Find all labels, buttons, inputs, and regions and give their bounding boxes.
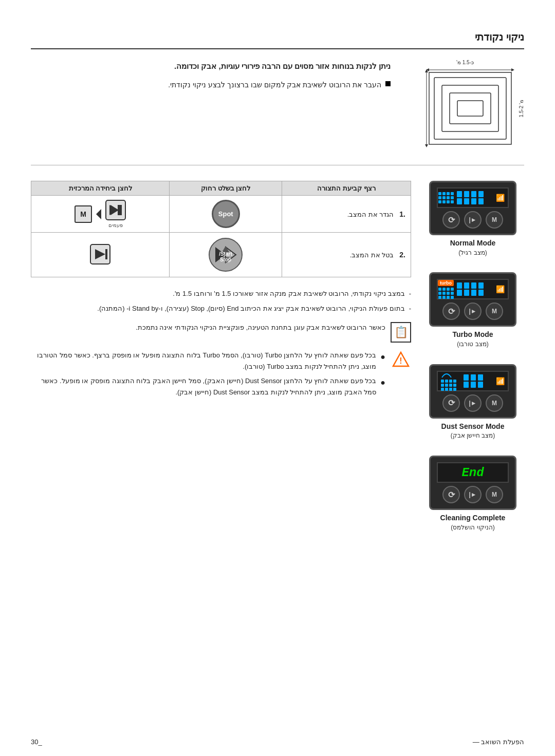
turbo-seg-digits: [457, 281, 493, 297]
dust-indicators: [441, 371, 456, 391]
dim-width-label: כ-1.5 מ': [456, 60, 474, 65]
turbo-indicators: turbo: [438, 280, 454, 299]
turbo-screen: 📶: [437, 279, 509, 299]
turbo-m-button[interactable]: M: [486, 303, 503, 320]
step-2-num: .2: [399, 251, 405, 259]
svg-rect-17: [478, 191, 484, 197]
turbo-mode-hebrew: (מצב טורבו): [452, 340, 493, 349]
dots-grid: [438, 192, 454, 203]
left-arrow-icon: [96, 208, 101, 220]
dust-display-box: 📶: [429, 364, 516, 419]
page-number: 30_: [31, 738, 42, 746]
top-text-description: ניתן לנקות בנוחות אזור מסוים עם הרבה פיר…: [31, 60, 391, 95]
warning-triangle-icon: !: [392, 351, 410, 369]
col1-header: רצף קביעת התצורה: [282, 181, 411, 196]
dash-notes: - במצב ניקוי נקודתי, הרובוט לשאיבת אבק מ…: [31, 288, 411, 315]
normal-mode-display: 📶: [421, 181, 524, 257]
dust-m-button[interactable]: M: [486, 394, 503, 412]
svg-rect-32: [478, 382, 483, 388]
end-buttons: M ►| ⟳: [442, 486, 503, 503]
row2-instruction: .2 בטל את המצב.: [282, 233, 411, 277]
instructions-table: רצף קביעת התצורה לחצן בשלט רחוק לחצן ביח…: [31, 181, 411, 277]
note-2: - בתום פעולת הניקוי, הרובוט לשאיבת אבק י…: [31, 303, 411, 314]
top-section: כ-1.5 מ' מ' 1.5-2: [31, 60, 524, 165]
warning-1: ● בכל פעם שאתה לוחץ על הלחצן Turbo (טורב…: [31, 350, 385, 372]
spot-button: Spot: [212, 200, 240, 228]
svg-rect-18: [478, 198, 484, 204]
svg-text:!: !: [399, 356, 402, 365]
turbo-home-button[interactable]: ⟳: [442, 303, 460, 320]
times-label: פעמים: [108, 222, 123, 228]
dust-seg-digits: [464, 373, 489, 389]
play-button[interactable]: ►|: [464, 211, 482, 229]
unit-skip-btn: [105, 200, 126, 220]
svg-rect-27: [464, 374, 469, 381]
end-play-button[interactable]: ►|: [464, 486, 482, 503]
normal-display-box: 📶: [429, 181, 516, 235]
warning-text: ● בכל פעם שאתה לוחץ על הלחצן Turbo (טורב…: [31, 350, 385, 401]
warning-2: ● בכל פעם שאתה לוחץ על הלחצן Dust Sensor…: [31, 375, 385, 398]
page-container: ניקוי נקודתי כ-1.5 מ' מ' 1.5-2: [0, 0, 555, 756]
svg-text:Stop: Stop: [220, 257, 231, 262]
right-column: רצף קביעת התצורה לחצן בשלט רחוק לחצן ביח…: [31, 181, 411, 401]
turbo-mode-english: Turbo Mode: [452, 330, 493, 340]
m-button[interactable]: M: [486, 211, 503, 229]
svg-rect-26: [478, 290, 484, 296]
svg-rect-19: [457, 282, 462, 289]
dust-mode-label: Dust Sensor Mode (מצב חיישן אבק): [441, 422, 505, 440]
dust-home-button[interactable]: ⟳: [442, 394, 460, 412]
turbo-label: turbo: [438, 280, 454, 286]
bottom-section: 📶: [31, 181, 524, 532]
end-display-box: End M ►| ⟳: [429, 456, 516, 510]
normal-mode-label: Normal Mode (מצב רגיל): [450, 238, 496, 257]
normal-seg-digits: [457, 190, 493, 205]
note-icon: 📋: [391, 322, 411, 343]
turbo-play-button[interactable]: ►|: [464, 303, 482, 320]
svg-rect-9: [450, 93, 491, 124]
svg-rect-29: [471, 374, 476, 381]
warning-icon: !: [391, 350, 411, 370]
normal-mode-hebrew: (מצב רגיל): [450, 249, 496, 257]
sensor-arc-icon: [441, 371, 452, 379]
note-2-text: בתום פעולת הניקוי, הרובוט לשאיבת אבק יצי…: [97, 303, 404, 314]
col2-header: לחצן בשלט רחוק: [170, 181, 282, 196]
turbo-buttons: M ►| ⟳: [442, 303, 503, 320]
table-row-1: .1 הגדר את המצב. Spot: [31, 196, 411, 233]
bullet-square: [385, 81, 391, 86]
end-mode-hebrew: (הניקוי הושלמס): [440, 523, 506, 532]
end-home-button[interactable]: ⟳: [442, 486, 460, 503]
normal-mode-english: Normal Mode: [450, 238, 496, 249]
dust-screen: 📶: [437, 371, 509, 391]
end-text: End: [461, 466, 484, 480]
dim-height-label: מ' 1.5-2: [519, 100, 524, 117]
step-2-text: בטל את המצב.: [350, 251, 394, 259]
turbo-wifi-icon: 📶: [496, 285, 505, 293]
step-1-num: .1: [399, 210, 405, 218]
turbo-dots: [438, 288, 454, 299]
svg-rect-23: [471, 282, 476, 289]
svg-marker-6: [425, 144, 428, 147]
end-m-button[interactable]: M: [486, 486, 503, 503]
svg-marker-3: [511, 68, 514, 71]
svg-rect-31: [478, 374, 483, 381]
note-1-text: במצב ניקוי נקודתי, הרובוט לשאיבת אבק מנק…: [173, 288, 404, 299]
svg-rect-24: [471, 290, 476, 296]
dust-play-button[interactable]: ►|: [464, 394, 482, 412]
end-screen: End: [437, 462, 509, 483]
notes-area: - במצב ניקוי נקודתי, הרובוט לשאיבת אבק מ…: [31, 288, 411, 401]
spiral-diagram: כ-1.5 מ' מ' 1.5-2: [411, 60, 524, 149]
note-1: - במצב ניקוי נקודתי, הרובוט לשאיבת אבק מ…: [31, 288, 411, 299]
row2-remote: Start/ Stop: [170, 233, 282, 277]
svg-rect-10: [457, 101, 483, 116]
dust-mode-hebrew: (מצב חיישן אבק): [441, 431, 505, 440]
dust-wifi-icon: 📶: [496, 377, 505, 385]
end-mode-english: Cleaning Complete: [440, 513, 506, 523]
svg-rect-30: [471, 382, 476, 388]
warning-section: ! ● בכל פעם שאתה לוחץ על הלחצן Turbo (טו…: [31, 350, 411, 401]
svg-rect-12: [457, 198, 462, 204]
wifi-icon: 📶: [496, 194, 505, 202]
svg-rect-21: [464, 282, 469, 289]
home-button[interactable]: ⟳: [442, 211, 460, 229]
turbo-mode-display: 📶: [421, 272, 524, 348]
note-box: 📋 כאשר הרובוט לשאיבת אבק עוגן בתחנת הטעי…: [31, 322, 411, 343]
